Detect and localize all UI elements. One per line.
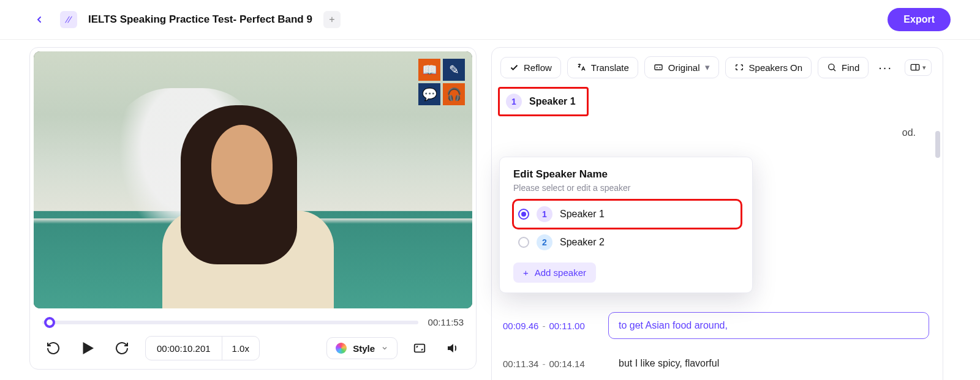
playback-speed[interactable]: 1.0x — [222, 337, 259, 360]
speakers-button[interactable]: Speakers On — [725, 57, 812, 78]
speaker-option-label: Speaker 2 — [560, 237, 605, 248]
seek-track[interactable] — [42, 321, 418, 324]
transcript-panel: Reflow Translate Original ▾ Speakers On … — [491, 47, 943, 380]
page-title[interactable]: IELTS Speaking Practice Test- Perfect Ba… — [88, 13, 312, 26]
timestamp[interactable]: 00:11.34-00:14.14 — [503, 359, 595, 369]
timecode-value[interactable]: 00:00:10.201 — [146, 337, 222, 360]
svg-point-2 — [829, 64, 834, 70]
fullscreen-button[interactable] — [409, 337, 431, 359]
book-icon[interactable]: 📖 — [418, 59, 440, 81]
new-tab-button[interactable]: + — [323, 11, 341, 28]
transcript-text[interactable]: but I like spicy, flavorful — [608, 350, 929, 377]
rewind-icon — [46, 341, 61, 356]
forward-button[interactable] — [111, 337, 133, 359]
document-icon — [60, 11, 77, 28]
style-label: Style — [353, 343, 375, 354]
rewind-button[interactable] — [42, 337, 64, 359]
play-button[interactable] — [77, 337, 99, 359]
chevron-down-icon: ▾ — [922, 64, 926, 72]
speaker-chip-name: Speaker 1 — [529, 96, 576, 107]
transcript-line[interactable]: 00:09.46-00:11.00to get Asian food aroun… — [503, 312, 929, 339]
reflow-button[interactable]: Reflow — [500, 57, 561, 78]
speaker-option[interactable]: 2Speaker 2 — [513, 228, 741, 256]
edit-speaker-popup: Edit Speaker Name Please select or edit … — [499, 157, 753, 293]
video-panel: 📖 ✎ 💬 🎧 00:11:53 00:00:10.201 — [29, 47, 477, 370]
volume-button[interactable] — [442, 337, 464, 359]
top-bar-left: IELTS Speaking Practice Test- Perfect Ba… — [29, 10, 341, 29]
chevron-left-icon — [34, 15, 44, 24]
timecode-box: 00:00:10.201 1.0x — [145, 336, 260, 360]
forward-icon — [115, 341, 129, 356]
find-label: Find — [842, 62, 859, 73]
speaker-number-badge: 1 — [506, 94, 522, 110]
more-menu-button[interactable]: ··· — [875, 58, 896, 77]
svg-rect-0 — [415, 345, 425, 352]
transcript-fragment: od. — [498, 127, 932, 138]
workspace: 📖 ✎ 💬 🎧 00:11:53 00:00:10.201 — [0, 40, 980, 380]
transcript-toolbar: Reflow Translate Original ▾ Speakers On … — [498, 56, 932, 78]
chat-icon[interactable]: 💬 — [418, 83, 440, 105]
search-icon — [827, 62, 837, 72]
translate-icon — [576, 62, 586, 72]
original-button[interactable]: Original ▾ — [644, 56, 719, 78]
headphones-icon[interactable]: 🎧 — [443, 83, 465, 105]
speakers-label: Speakers On — [749, 62, 803, 73]
style-button[interactable]: Style — [326, 337, 398, 359]
video-still — [34, 51, 472, 308]
chevron-down-icon: ▾ — [705, 62, 710, 73]
seek-thumb[interactable] — [44, 317, 55, 328]
svg-rect-1 — [655, 65, 662, 70]
timestamp[interactable]: 00:09.46-00:11.00 — [503, 321, 595, 331]
add-speaker-label: Add speaker — [535, 267, 586, 278]
player-controls: 00:00:10.201 1.0x Style — [34, 331, 472, 369]
reflow-label: Reflow — [524, 62, 552, 73]
svg-line-3 — [834, 69, 835, 71]
speaker-number-badge: 1 — [537, 206, 552, 222]
speakers-icon — [734, 62, 744, 72]
speaker-option-label: Speaker 1 — [560, 209, 605, 220]
transcript-line[interactable]: 00:11.34-00:14.14but I like spicy, flavo… — [503, 350, 929, 377]
speaker-chip[interactable]: 1 Speaker 1 — [498, 87, 589, 116]
scrollbar-thumb[interactable] — [935, 131, 940, 158]
duration-label: 00:11:53 — [428, 317, 464, 327]
style-swatch-icon — [336, 343, 347, 354]
video-overlay-icons: 📖 ✎ 💬 🎧 — [418, 59, 465, 105]
export-button[interactable]: Export — [888, 8, 951, 31]
volume-icon — [445, 341, 460, 356]
caption-icon — [654, 62, 663, 72]
back-button[interactable] — [29, 10, 49, 29]
find-button[interactable]: Find — [818, 57, 869, 78]
popup-title: Edit Speaker Name — [513, 168, 741, 181]
play-icon — [78, 339, 97, 357]
translate-button[interactable]: Translate — [567, 57, 638, 78]
layout-toggle[interactable]: ▾ — [905, 59, 932, 76]
add-speaker-button[interactable]: + Add speaker — [513, 263, 596, 283]
popup-subtitle: Please select or edit a speaker — [513, 183, 741, 193]
speaker-option[interactable]: 1Speaker 1 — [513, 200, 741, 228]
top-bar: IELTS Speaking Practice Test- Perfect Ba… — [0, 0, 980, 40]
radio-icon — [518, 209, 529, 220]
check-icon — [510, 63, 519, 72]
fullscreen-icon — [413, 341, 426, 355]
pen-icon[interactable]: ✎ — [443, 59, 465, 81]
layout-icon — [910, 64, 920, 71]
video-frame[interactable]: 📖 ✎ 💬 🎧 — [34, 51, 472, 308]
speaker-number-badge: 2 — [537, 234, 552, 250]
transcript-text[interactable]: to get Asian food around, — [608, 312, 929, 339]
svg-rect-4 — [911, 64, 919, 70]
original-label: Original — [668, 62, 700, 73]
player-right-controls: Style — [326, 337, 464, 359]
timeline: 00:11:53 — [34, 308, 472, 331]
radio-icon — [518, 237, 529, 248]
plus-icon: + — [523, 267, 529, 278]
chevron-down-icon — [381, 345, 388, 352]
translate-label: Translate — [591, 62, 629, 73]
